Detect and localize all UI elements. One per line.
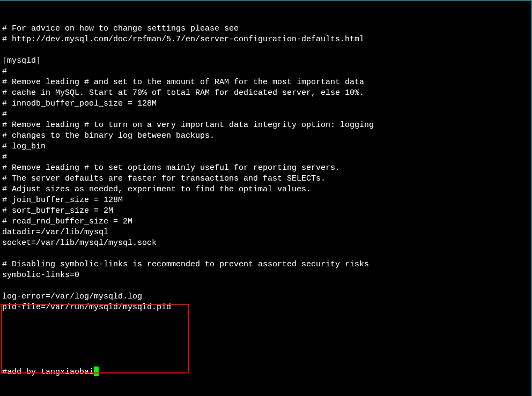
terminal-line	[2, 313, 529, 324]
terminal-line: # log_bin	[2, 141, 529, 152]
terminal-content: # For advice on how to change settings p…	[2, 24, 529, 324]
terminal-line: #	[2, 152, 529, 163]
terminal-editor[interactable]: # For advice on how to change settings p…	[0, 1, 531, 396]
terminal-line: # innodb_buffer_pool_size = 128M	[2, 99, 529, 109]
terminal-line: # The server defaults are faster for tra…	[2, 174, 529, 184]
terminal-line: # Disabling symbolic-links is recommende…	[2, 259, 529, 270]
terminal-line: symbolic-links=0	[2, 270, 529, 281]
terminal-line: # read_rnd_buffer_size = 2M	[2, 216, 529, 227]
terminal-line: # Remove leading # to turn on a very imp…	[2, 120, 529, 131]
terminal-line	[2, 45, 529, 56]
terminal-line: [mysqld]	[2, 56, 529, 66]
terminal-line: # sort_buffer_size = 2M	[2, 206, 529, 216]
terminal-line: datadir=/var/lib/mysql	[2, 227, 529, 238]
terminal-line: # cache in MySQL. Start at 70% of total …	[2, 88, 529, 99]
terminal-line	[2, 249, 529, 259]
terminal-line: # changes to the binary log between back…	[2, 131, 529, 141]
cursor	[94, 367, 99, 376]
terminal-boxed-section: #add by tangxiaobai character-set-server…	[2, 345, 529, 396]
terminal-line: log-error=/var/log/mysqld.log	[2, 292, 529, 302]
cursor-line-text: #add by tangxiaobai	[2, 368, 94, 377]
terminal-line: # Remove leading # and set to the amount…	[2, 77, 529, 88]
terminal-line	[2, 281, 529, 292]
terminal-line: # join_buffer_size = 128M	[2, 195, 529, 206]
terminal-line: #	[2, 109, 529, 120]
terminal-line: # Adjust sizes as needed, experiment to …	[2, 184, 529, 195]
terminal-line: # http://dev.mysql.com/doc/refman/5.7/en…	[2, 34, 529, 45]
terminal-line: socket=/var/lib/mysql/mysql.sock	[2, 238, 529, 249]
terminal-line: #	[2, 66, 529, 77]
terminal-line: pid-file=/var/run/mysqld/mysqld.pid	[2, 302, 529, 313]
terminal-line: # Remove leading # to set options mainly…	[2, 163, 529, 174]
terminal-line: # For advice on how to change settings p…	[2, 24, 529, 34]
